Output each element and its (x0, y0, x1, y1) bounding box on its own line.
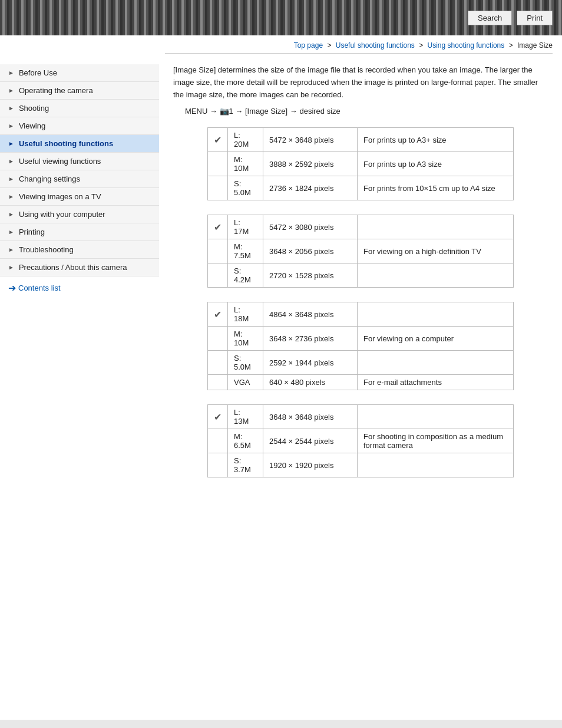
pixel-value: 3648 × 2056 pixels (263, 239, 358, 263)
checkmark-icon: ✔ (214, 135, 222, 145)
breadcrumb-sep1: > (327, 41, 333, 50)
breadcrumb-link-using-shooting[interactable]: Using shooting functions (428, 41, 505, 50)
sidebar-item-viewing[interactable]: ► Viewing (0, 117, 159, 135)
footer: 89 (0, 720, 562, 728)
size-label: L: 20M (228, 128, 263, 152)
arrow-icon: ► (8, 158, 14, 164)
breadcrumb-sep3: > (509, 41, 515, 50)
description: For viewing on a high-definition TV (358, 239, 514, 263)
pixel-value: 1920 × 1920 pixels (263, 453, 358, 477)
arrow-icon: ► (8, 140, 14, 147)
description: For shooting in composition as a medium … (358, 429, 514, 453)
arrow-icon: ► (8, 123, 14, 129)
sidebar-item-shooting[interactable]: ► Shooting (0, 100, 159, 117)
size-label: S: 5.0M (228, 351, 263, 375)
top-rule (165, 53, 553, 54)
sidebar-label: Useful shooting functions (19, 139, 113, 148)
description (358, 215, 514, 239)
pixel-value: 3648 × 3648 pixels (263, 405, 358, 429)
table-row: ✔ L: 18M 4864 × 3648 pixels (208, 302, 514, 327)
table-row: M: 10M 3888 × 2592 pixels For prints up … (208, 152, 514, 176)
header-stripe: Search Print (0, 0, 562, 35)
breadcrumb-link-top[interactable]: Top page (294, 41, 323, 50)
description: For prints from 10×15 cm up to A4 size (358, 176, 514, 200)
pixel-value: 5472 × 3080 pixels (263, 215, 358, 239)
image-table-3: ✔ L: 18M 4864 × 3648 pixels M: 10M 3648 … (207, 302, 514, 390)
size-label: S: 4.2M (228, 263, 263, 288)
contents-list-label: Contents list (18, 284, 61, 292)
sidebar-label: Precautions / About this camera (19, 263, 127, 272)
sidebar-label: Useful viewing functions (19, 157, 101, 166)
description (358, 453, 514, 477)
size-label: M: 10M (228, 327, 263, 351)
check-cell (208, 263, 228, 288)
description: For e-mail attachments (358, 375, 514, 390)
pixel-value: 2544 × 2544 pixels (263, 429, 358, 453)
size-label: L: 17M (228, 215, 263, 239)
search-button[interactable]: Search (468, 11, 512, 25)
description (358, 263, 514, 288)
table-row: M: 7.5M 3648 × 2056 pixels For viewing o… (208, 239, 514, 263)
arrow-icon: ► (8, 176, 14, 182)
sidebar-label: Changing settings (19, 174, 80, 183)
check-cell (208, 176, 228, 200)
check-cell (208, 152, 228, 176)
menu-line: MENU → 📷1 → [Image Size] → desired size (185, 107, 548, 116)
table-row: ✔ L: 17M 5472 × 3080 pixels (208, 215, 514, 239)
check-cell (208, 429, 228, 453)
description: For prints up to A3 size (358, 152, 514, 176)
pixel-value: 3648 × 2736 pixels (263, 327, 358, 351)
size-label: VGA (228, 375, 263, 390)
arrow-icon: ► (8, 246, 14, 253)
table-row: M: 6.5M 2544 × 2544 pixels For shooting … (208, 429, 514, 453)
size-label: M: 7.5M (228, 239, 263, 263)
size-label: M: 10M (228, 152, 263, 176)
breadcrumb-link-useful-shooting[interactable]: Useful shooting functions (336, 41, 415, 50)
arrow-icon: ► (8, 87, 14, 94)
breadcrumb-sep2: > (419, 41, 425, 50)
arrow-icon: ► (8, 70, 14, 76)
sidebar-item-useful-shooting[interactable]: ► Useful shooting functions (0, 135, 159, 153)
contents-list-link[interactable]: ➔ Contents list (0, 276, 159, 299)
sidebar-label: Using with your computer (19, 210, 105, 219)
image-table-4: ✔ L: 13M 3648 × 3648 pixels M: 6.5M 2544… (207, 404, 514, 477)
pixel-value: 640 × 480 pixels (263, 375, 358, 390)
description: For prints up to A3+ size (358, 128, 514, 152)
description (358, 302, 514, 327)
arrow-icon: ► (8, 105, 14, 111)
checkmark-icon: ✔ (214, 222, 222, 232)
sidebar-label: Viewing images on a TV (19, 192, 101, 201)
description (358, 405, 514, 429)
table-row: S: 5.0M 2736 × 1824 pixels For prints fr… (208, 176, 514, 200)
breadcrumb: Top page > Useful shooting functions > U… (0, 35, 562, 53)
sidebar-item-before-use[interactable]: ► Before Use (0, 64, 159, 82)
print-button[interactable]: Print (517, 11, 553, 25)
sidebar-label: Viewing (19, 121, 45, 130)
sidebar-item-precautions[interactable]: ► Precautions / About this camera (0, 259, 159, 276)
check-cell (208, 453, 228, 477)
pixel-value: 2736 × 1824 pixels (263, 176, 358, 200)
sidebar-item-printing[interactable]: ► Printing (0, 223, 159, 241)
sidebar-item-changing-settings[interactable]: ► Changing settings (0, 170, 159, 188)
check-cell: ✔ (208, 405, 228, 429)
sidebar-item-operating[interactable]: ► Operating the camera (0, 82, 159, 100)
contents-arrow-icon: ➔ (8, 282, 16, 294)
description: For viewing on a computer (358, 327, 514, 351)
sidebar: ► Before Use ► Operating the camera ► Sh… (0, 60, 159, 708)
table-row: VGA 640 × 480 pixels For e-mail attachme… (208, 375, 514, 390)
pixel-value: 5472 × 3648 pixels (263, 128, 358, 152)
pixel-value: 2592 × 1944 pixels (263, 351, 358, 375)
arrow-icon: ► (8, 264, 14, 271)
sidebar-item-troubleshooting[interactable]: ► Troubleshooting (0, 241, 159, 259)
sidebar-item-viewing-tv[interactable]: ► Viewing images on a TV (0, 188, 159, 206)
sidebar-item-useful-viewing[interactable]: ► Useful viewing functions (0, 153, 159, 170)
arrow-icon: ► (8, 211, 14, 218)
check-cell (208, 327, 228, 351)
check-cell (208, 375, 228, 390)
sidebar-label: Before Use (19, 68, 57, 77)
pixel-value: 3888 × 2592 pixels (263, 152, 358, 176)
check-cell: ✔ (208, 302, 228, 327)
sidebar-item-using-computer[interactable]: ► Using with your computer (0, 206, 159, 223)
main-layout: ► Before Use ► Operating the camera ► Sh… (0, 60, 562, 708)
arrow-icon: ► (8, 193, 14, 200)
